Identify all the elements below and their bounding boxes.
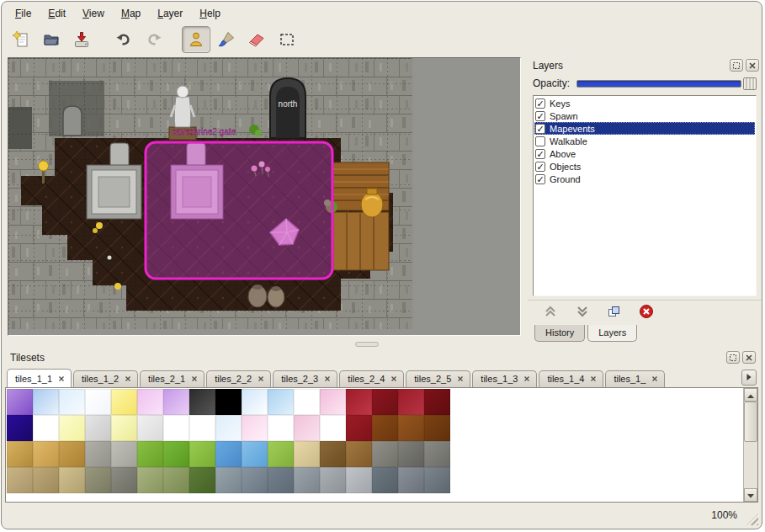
menu-edit[interactable]: Edit: [41, 5, 72, 22]
palette-scrollbar[interactable]: [743, 388, 757, 502]
menu-layer[interactable]: Layer: [151, 5, 189, 22]
duplicate-layer-button[interactable]: [605, 303, 624, 322]
tile[interactable]: [242, 441, 268, 467]
tile[interactable]: [137, 389, 163, 415]
tile[interactable]: [268, 415, 294, 441]
tile[interactable]: [320, 415, 346, 441]
tile[interactable]: [215, 389, 242, 415]
new-file-button[interactable]: [7, 26, 35, 53]
tab-close-icon[interactable]: [651, 375, 658, 382]
layer-visibility-checkbox[interactable]: ✓: [535, 111, 545, 121]
tile[interactable]: [215, 415, 242, 441]
tileset-tab-tiles_2_3[interactable]: tiles_2_3: [273, 370, 337, 387]
tile[interactable]: [59, 415, 85, 441]
menu-view[interactable]: View: [76, 5, 111, 22]
tile[interactable]: [85, 467, 111, 493]
tile[interactable]: [33, 441, 59, 467]
open-folder-button[interactable]: [37, 26, 66, 53]
tile[interactable]: [268, 389, 294, 415]
tile[interactable]: [163, 467, 189, 493]
tile[interactable]: [294, 415, 320, 441]
tile[interactable]: [33, 389, 59, 415]
tile[interactable]: [424, 467, 450, 493]
layer-visibility-checkbox[interactable]: ✓: [535, 149, 545, 159]
tile[interactable]: [59, 467, 85, 493]
scrollbar-track[interactable]: [744, 442, 757, 488]
tile[interactable]: [215, 441, 242, 467]
scroll-up-button[interactable]: [744, 388, 757, 402]
tileset-tab-tiles_2_2[interactable]: tiles_2_2: [206, 370, 271, 387]
tab-close-icon[interactable]: [191, 375, 198, 382]
tile[interactable]: [346, 389, 372, 415]
tile[interactable]: [163, 389, 189, 415]
tile[interactable]: [111, 415, 137, 441]
tile[interactable]: [85, 389, 111, 415]
tile[interactable]: [163, 441, 189, 467]
tab-close-icon[interactable]: [390, 375, 397, 382]
tile[interactable]: [33, 415, 59, 441]
tile[interactable]: [85, 415, 111, 441]
opacity-slider-track[interactable]: [576, 80, 741, 88]
scrollbar-thumb[interactable]: [744, 402, 757, 442]
map-canvas[interactable]: north: [8, 57, 521, 336]
tile[interactable]: [59, 441, 85, 467]
tile[interactable]: [268, 467, 294, 493]
tile[interactable]: [398, 467, 424, 493]
menu-help[interactable]: Help: [193, 5, 227, 22]
tile[interactable]: [346, 467, 372, 493]
menu-map[interactable]: Map: [114, 5, 147, 22]
tile[interactable]: [346, 441, 372, 467]
layer-row-above[interactable]: ✓Above: [534, 147, 755, 160]
tile[interactable]: [398, 389, 424, 415]
tileset-tab-tiles_1_3[interactable]: tiles_1_3: [472, 370, 537, 387]
tile[interactable]: [85, 441, 111, 467]
layer-row-objects[interactable]: ✓Objects: [534, 160, 755, 173]
tab-close-icon[interactable]: [457, 375, 464, 382]
tile[interactable]: [137, 467, 163, 493]
entity-stamp-button[interactable]: [182, 26, 210, 53]
tile[interactable]: [137, 415, 163, 441]
lower-layer-button[interactable]: [573, 303, 592, 322]
tile[interactable]: [320, 441, 346, 467]
tileset-tab-tiles_1_1[interactable]: tiles_1_1: [7, 369, 72, 387]
tileset-tab-tiles_2_1[interactable]: tiles_2_1: [140, 370, 205, 387]
layer-visibility-checkbox[interactable]: ✓: [535, 174, 545, 184]
tileset-tab-tiles_2_5[interactable]: tiles_2_5: [406, 370, 470, 387]
tileset-tab-tiles_2_4[interactable]: tiles_2_4: [339, 370, 404, 387]
tileset-tab-tiles_1_2[interactable]: tiles_1_2: [73, 370, 138, 387]
tile[interactable]: [7, 467, 33, 493]
scroll-down-button[interactable]: [744, 488, 757, 502]
menu-file[interactable]: File: [8, 5, 38, 22]
eraser-button[interactable]: [242, 26, 271, 53]
raise-layer-button[interactable]: [541, 303, 560, 322]
tile[interactable]: [294, 441, 320, 467]
layer-visibility-checkbox[interactable]: ✓: [535, 124, 545, 134]
layer-visibility-checkbox[interactable]: ✓: [535, 162, 545, 172]
tile[interactable]: [33, 467, 59, 493]
tileset-tab-tiles_1_[interactable]: tiles_1_: [605, 370, 665, 387]
undo-button[interactable]: [109, 26, 138, 53]
tile[interactable]: [398, 415, 424, 441]
tile[interactable]: [424, 389, 450, 415]
tile[interactable]: [372, 415, 398, 441]
close-panel-button[interactable]: [742, 351, 756, 364]
tile[interactable]: [294, 389, 320, 415]
tile[interactable]: [7, 415, 33, 441]
tile[interactable]: [268, 441, 294, 467]
tile[interactable]: [372, 467, 398, 493]
tile[interactable]: [163, 415, 189, 441]
tile[interactable]: [424, 415, 450, 441]
layer-row-keys[interactable]: ✓Keys: [534, 97, 755, 109]
tab-close-icon[interactable]: [523, 375, 530, 382]
layer-visibility-checkbox[interactable]: [535, 136, 545, 146]
layer-visibility-checkbox[interactable]: ✓: [535, 98, 545, 109]
tile[interactable]: [189, 467, 215, 493]
tile[interactable]: [7, 441, 33, 467]
tile[interactable]: [215, 467, 242, 493]
tile[interactable]: [372, 389, 398, 415]
layer-row-walkable[interactable]: Walkable: [534, 135, 755, 147]
layer-row-spawn[interactable]: ✓Spawn: [534, 109, 755, 122]
tile[interactable]: [398, 441, 424, 467]
redo-button[interactable]: [140, 26, 168, 53]
tileset-tab-tiles_1_4[interactable]: tiles_1_4: [539, 370, 603, 387]
